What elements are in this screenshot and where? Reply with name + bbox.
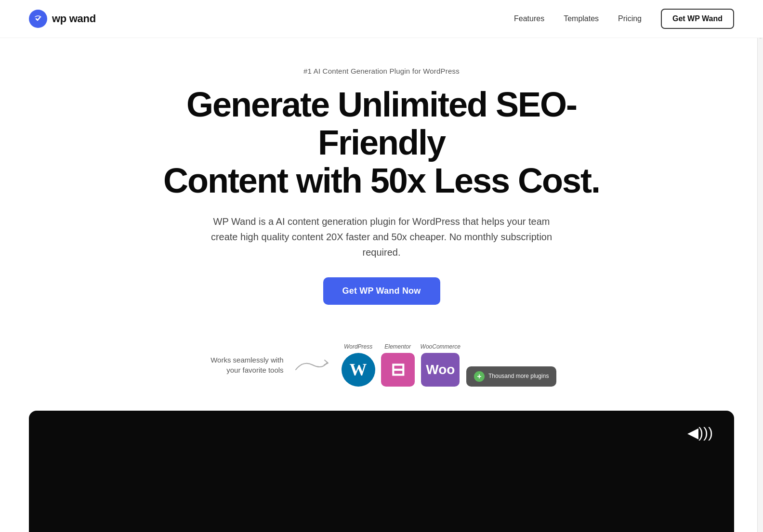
hero-title-line1: Generate Unlimited SEO-Friendly: [186, 85, 577, 162]
tool-item-elementor: Elementor ⊟: [381, 343, 415, 387]
tool-label-wordpress: WordPress: [344, 343, 372, 350]
nav-cta-item[interactable]: Get WP Wand: [661, 9, 734, 29]
nav-item-pricing[interactable]: Pricing: [618, 14, 642, 23]
wordpress-icon: W: [342, 353, 375, 387]
nav-item-templates[interactable]: Templates: [564, 14, 599, 23]
tool-label-woocommerce: WooCommerce: [421, 343, 460, 350]
more-plugins-badge: + Thousand more plugins: [466, 366, 556, 387]
hero-subtitle: WP Wand is a AI content generation plugi…: [203, 214, 560, 260]
tool-item-woocommerce: WooCommerce Woo: [421, 343, 460, 387]
nav-link-features[interactable]: Features: [514, 14, 544, 23]
volume-icon[interactable]: ◀))): [687, 424, 713, 441]
hero-title-line2: Content with 50x Less Cost.: [163, 161, 600, 200]
logo-text: wp wand: [52, 13, 96, 25]
elementor-icon: ⊟: [381, 353, 415, 387]
more-plus-icon: +: [474, 371, 485, 382]
hero-title: Generate Unlimited SEO-Friendly Content …: [131, 86, 632, 200]
nav-cta-button[interactable]: Get WP Wand: [661, 9, 734, 29]
arrow-icon: [293, 355, 332, 375]
hero-section: #1 AI Content Generation Plugin for Word…: [92, 38, 671, 324]
tool-item-more: - + Thousand more plugins: [466, 357, 556, 387]
logo-icon: [29, 10, 47, 28]
nav-item-features[interactable]: Features: [514, 14, 544, 23]
navbar: wp wand Features Templates Pricing Get W…: [0, 0, 763, 38]
video-section[interactable]: ◀))) THEE: [29, 411, 734, 532]
more-plugins-label: Thousand more plugins: [488, 373, 549, 380]
tool-label-elementor: Elementor: [384, 343, 411, 350]
tools-section: Works seamlessly with your favorite tool…: [0, 324, 763, 411]
tools-label: Works seamlessly with your favorite tool…: [207, 355, 284, 375]
scrollbar[interactable]: [757, 0, 763, 532]
woocommerce-icon: Woo: [421, 353, 460, 387]
nav-links: Features Templates Pricing Get WP Wand: [514, 9, 734, 29]
logo-area: wp wand: [29, 10, 96, 28]
nav-link-pricing[interactable]: Pricing: [618, 14, 642, 23]
hero-badge: #1 AI Content Generation Plugin for Word…: [131, 67, 632, 75]
tool-items: WordPress W Elementor ⊟ WooCommerce Woo …: [342, 343, 557, 387]
hero-cta-button[interactable]: Get WP Wand Now: [323, 277, 440, 305]
nav-link-templates[interactable]: Templates: [564, 14, 599, 23]
tool-item-wordpress: WordPress W: [342, 343, 375, 387]
